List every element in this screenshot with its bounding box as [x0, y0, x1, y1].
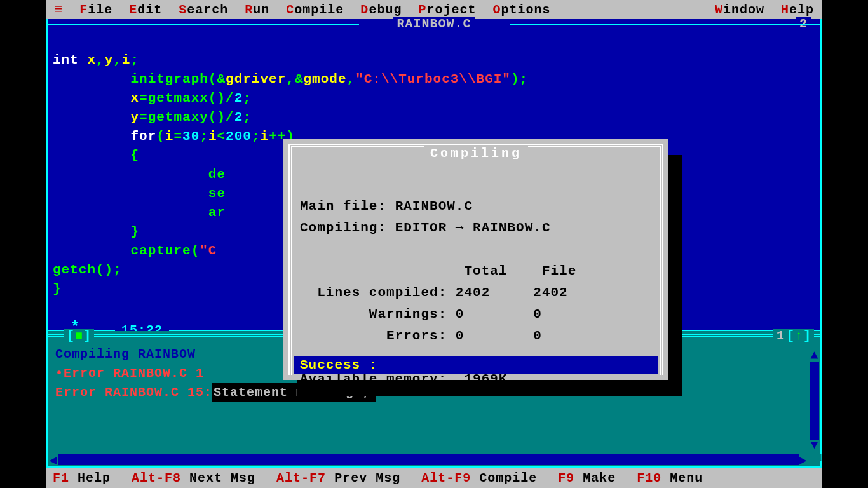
dialog-status-bar: Success :: [294, 356, 658, 374]
dialog-lines-label: Lines compiled:: [317, 285, 447, 300]
dialog-main-file: RAINBOW.C: [395, 199, 473, 214]
scroll-up-icon[interactable]: ▲: [810, 350, 819, 362]
menu-project[interactable]: Project: [418, 3, 476, 17]
menu-debug[interactable]: Debug: [360, 3, 402, 17]
message-zoom-button[interactable]: [↑]: [784, 329, 814, 343]
menu-help[interactable]: Help: [781, 3, 814, 17]
status-compile[interactable]: Alt-F9 Compile: [421, 471, 537, 485]
scroll-right-icon[interactable]: ►: [799, 454, 808, 465]
status-next-msg[interactable]: Alt-F8 Next Msg: [132, 471, 255, 485]
menu-options[interactable]: Options: [492, 3, 550, 17]
dialog-file-header: File: [542, 264, 576, 278]
dialog-warnings-total: 0: [456, 307, 465, 322]
message-scrollbar-horizontal[interactable]: ◄ ►: [49, 454, 808, 465]
dialog-memory-label: Available memory:: [300, 372, 456, 386]
scroll-down-icon[interactable]: ▼: [810, 440, 819, 451]
menu-window[interactable]: Window: [715, 3, 764, 17]
menu-search[interactable]: Search: [179, 3, 228, 17]
menu-compile[interactable]: Compile: [286, 3, 344, 17]
system-menu-icon[interactable]: ≡: [54, 2, 63, 18]
menu-file[interactable]: File: [79, 3, 112, 17]
menu-run[interactable]: Run: [245, 3, 269, 17]
dialog-lines-total: 2402: [456, 285, 490, 300]
dialog-memory-value: 1969K: [464, 372, 507, 386]
dialog-warnings-label: Warnings:: [369, 307, 447, 322]
dialog-warnings-file: 0: [533, 307, 542, 322]
editor-window-number: 2: [796, 17, 811, 31]
message-close-button[interactable]: [■]: [64, 329, 94, 343]
message-scrollbar-vertical[interactable]: ▲ ▼: [810, 350, 819, 451]
status-make[interactable]: F9 Make: [558, 471, 616, 485]
scroll-left-icon[interactable]: ◄: [49, 454, 58, 465]
dialog-errors-file: 0: [533, 329, 542, 343]
status-help[interactable]: F1 Help: [53, 471, 111, 485]
dialog-errors-total: 0: [456, 329, 465, 343]
dialog-errors-label: Errors:: [386, 329, 447, 343]
resize-corner-icon[interactable]: ─┘: [809, 454, 819, 465]
compiling-dialog: Compiling Main file: RAINBOW.C Compiling…: [283, 139, 668, 380]
status-prev-msg[interactable]: Alt-F7 Prev Msg: [276, 471, 400, 485]
editor-title: RAINBOW.C: [393, 17, 475, 31]
dialog-compiling-label: Compiling:: [300, 220, 395, 235]
dialog-total-header: Total: [464, 264, 507, 278]
dialog-lines-file: 2402: [533, 285, 567, 300]
dialog-status-label: Success: [300, 358, 360, 372]
status-menu[interactable]: F10 Menu: [637, 471, 703, 485]
dialog-main-file-label: Main file:: [300, 199, 395, 214]
menu-edit[interactable]: Edit: [129, 3, 162, 17]
status-bar: F1 Help Alt-F8 Next Msg Alt-F7 Prev Msg …: [46, 468, 822, 488]
